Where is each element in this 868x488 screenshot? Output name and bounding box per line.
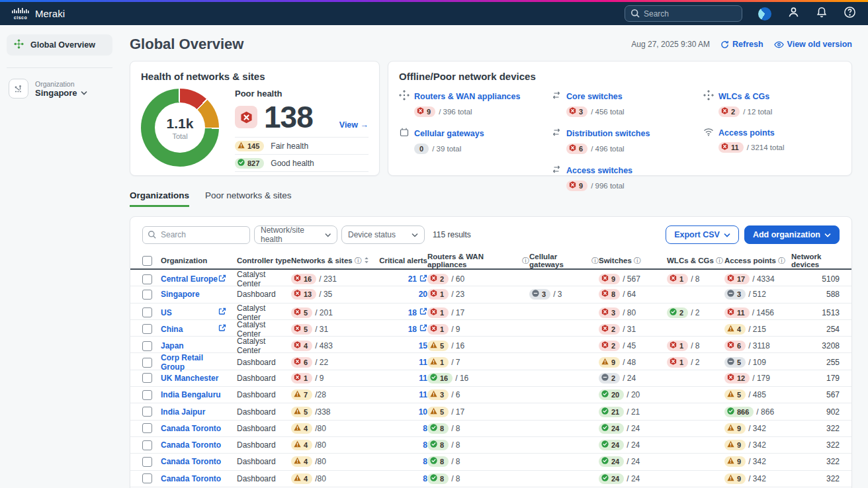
row-checkbox[interactable]	[142, 307, 152, 317]
table-search[interactable]	[142, 226, 250, 244]
organization-selector[interactable]: Organization Singapore	[9, 79, 112, 99]
critical-alerts-link[interactable]: 20	[419, 290, 427, 299]
external-link-icon[interactable]	[218, 274, 226, 284]
critical-alerts-link[interactable]: 11	[419, 374, 427, 383]
offline-device-link[interactable]: Access points	[718, 128, 775, 138]
organization-link[interactable]: Japan	[161, 341, 184, 350]
access-points-badge: 9	[724, 440, 746, 450]
row-checkbox[interactable]	[142, 341, 152, 351]
critical-alerts-link[interactable]: 11	[419, 390, 427, 399]
routers-wan-total: / 16	[455, 374, 468, 383]
tab-organizations[interactable]: Organizations	[130, 190, 189, 207]
critical-alerts-link[interactable]: 11	[419, 358, 427, 367]
column-header[interactable]: Network devices	[791, 253, 840, 268]
external-link-icon[interactable]	[419, 307, 427, 317]
row-checkbox[interactable]	[142, 358, 152, 368]
organization-link[interactable]: UK Manchester	[161, 374, 218, 383]
critical-alerts-link[interactable]: 21	[408, 274, 417, 284]
view-old-version-link[interactable]: View old version	[774, 40, 852, 49]
access-points-count: 6	[737, 341, 741, 350]
column-header[interactable]: WLCs & CGsⓘ	[667, 256, 724, 266]
view-poor-health-link[interactable]: View →	[339, 120, 369, 130]
external-link-icon[interactable]	[218, 307, 226, 317]
help-icon[interactable]	[844, 6, 856, 21]
sort-icon[interactable]	[364, 257, 369, 265]
offline-device-link[interactable]: Access switches	[566, 166, 632, 175]
organization-link[interactable]: India Bengaluru	[161, 390, 221, 399]
network-devices-cell: 567	[791, 390, 840, 399]
critical-alerts-link[interactable]: 8	[423, 424, 427, 433]
row-checkbox[interactable]	[142, 423, 152, 433]
global-search[interactable]	[625, 5, 742, 22]
row-checkbox[interactable]	[142, 440, 152, 450]
external-link-icon[interactable]	[419, 324, 427, 334]
row-checkbox[interactable]	[142, 457, 152, 467]
networks-sites-cell: 4/80	[291, 440, 369, 450]
account-icon[interactable]	[787, 6, 800, 21]
global-search-input[interactable]	[644, 9, 730, 19]
add-organization-button[interactable]: Add organization	[744, 225, 840, 244]
select-all-checkbox[interactable]	[142, 256, 152, 266]
row-checkbox[interactable]	[142, 473, 152, 483]
critical-alerts-link[interactable]: 8	[423, 440, 427, 450]
critical-alerts-link[interactable]: 8	[423, 474, 427, 483]
row-checkbox[interactable]	[142, 274, 152, 284]
organization-link[interactable]: Canada Toronto	[161, 474, 221, 483]
column-header[interactable]: Access pointsⓘ	[724, 256, 791, 266]
critical-alerts-link[interactable]: 10	[419, 407, 427, 417]
organization-cell: Singapore	[161, 290, 237, 299]
refresh-button[interactable]: Refresh	[720, 40, 763, 49]
offline-device-link[interactable]: Distribution switches	[566, 129, 650, 138]
organization-link[interactable]: China	[161, 325, 183, 334]
column-header[interactable]: Networks & sitesⓘ	[291, 256, 369, 266]
organization-link[interactable]: India Jaipur	[161, 407, 205, 417]
external-link-icon[interactable]	[218, 324, 226, 334]
offline-device-link[interactable]: Core switches	[566, 92, 623, 101]
column-header[interactable]: Organization	[161, 257, 237, 264]
row-checkbox[interactable]	[142, 290, 152, 300]
tab-poor-networks-sites[interactable]: Poor networks & sites	[205, 190, 292, 207]
notifications-icon[interactable]	[816, 6, 828, 21]
routers-wan-cell: 8/ 8	[427, 423, 529, 434]
info-icon[interactable]: ⓘ	[778, 256, 785, 266]
organization-link[interactable]: Central Europe	[161, 274, 218, 284]
network-site-health-filter[interactable]: Network/site health	[254, 225, 337, 244]
column-header[interactable]: Controller type	[237, 257, 291, 264]
offline-device-link[interactable]: Routers & WAN appliances	[414, 92, 520, 101]
organization-link[interactable]: Canada Toronto	[161, 457, 221, 466]
column-header[interactable]: Cellular gatewaysⓘ	[529, 253, 599, 268]
table-search-input[interactable]	[142, 226, 250, 244]
organization-link[interactable]: US	[161, 308, 172, 317]
info-icon[interactable]: ⓘ	[522, 256, 529, 266]
sidebar-item-global-overview[interactable]: Global Overview	[7, 34, 112, 56]
organization-link[interactable]: Corp Retail Group	[161, 353, 226, 372]
column-header[interactable]: Critical alerts	[369, 257, 427, 264]
critical-alerts-link[interactable]: 15	[419, 341, 427, 350]
external-link-icon[interactable]	[419, 274, 427, 284]
controller-type-cell: Dashboard	[237, 440, 291, 450]
row-checkbox[interactable]	[142, 324, 152, 334]
info-icon[interactable]: ⓘ	[355, 256, 362, 266]
offline-device-link[interactable]: WLCs & CGs	[718, 92, 769, 101]
critical-alerts-link[interactable]: 8	[423, 457, 427, 466]
row-checkbox[interactable]	[142, 407, 152, 417]
offline-device-link[interactable]: Cellular gateways	[414, 129, 484, 138]
critical-alerts-link[interactable]: 18	[408, 325, 417, 334]
critical-alerts-link[interactable]: 18	[408, 308, 417, 317]
assistant-icon[interactable]	[758, 7, 771, 20]
column-header[interactable]: Routers & WAN appliancesⓘ	[427, 253, 529, 268]
info-icon[interactable]: ⓘ	[591, 256, 599, 266]
device-status-filter[interactable]: Device status	[341, 225, 425, 244]
organization-link[interactable]: Canada Toronto	[161, 424, 221, 433]
routers-wan-total: / 7	[451, 358, 460, 367]
error-hexagon-icon	[727, 374, 734, 383]
row-checkbox[interactable]	[142, 373, 152, 383]
export-csv-button[interactable]: Export CSV	[666, 225, 739, 244]
info-icon[interactable]: ⓘ	[634, 256, 641, 266]
organization-link[interactable]: Singapore	[161, 290, 200, 299]
column-header[interactable]: Switchesⓘ	[599, 256, 667, 266]
info-icon[interactable]: ⓘ	[716, 256, 723, 266]
row-checkbox[interactable]	[142, 390, 152, 400]
warning-triangle-icon	[727, 390, 734, 399]
organization-link[interactable]: Canada Toronto	[161, 440, 221, 450]
